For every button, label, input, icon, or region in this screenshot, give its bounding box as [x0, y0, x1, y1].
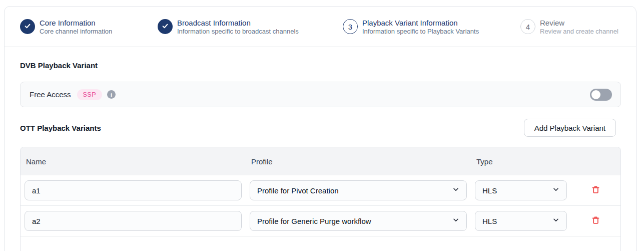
step-subtitle: Information specific to broadcast channe… — [177, 28, 299, 36]
playback-variants-table: Name Profile Type Profile for Pivot Crea… — [20, 147, 621, 251]
profile-select-value: Profile for Pivot Creation — [257, 186, 339, 195]
step-number: 4 — [526, 23, 530, 31]
step-playback-variant-information[interactable]: 3 Playback Variant Information Informati… — [343, 18, 520, 36]
profile-select[interactable]: Profile for Pivot Creation — [250, 180, 467, 200]
wizard-stepper: Core Information Core channel informatio… — [5, 7, 636, 47]
type-select-value: HLS — [482, 186, 497, 195]
chevron-down-icon — [452, 216, 460, 226]
free-access-label: Free Access — [30, 90, 71, 99]
step-subtitle: Review and create channel — [540, 28, 618, 36]
toggle-knob — [591, 90, 600, 99]
check-icon — [162, 23, 169, 31]
chevron-down-icon — [552, 216, 560, 226]
step-2-indicator — [158, 19, 173, 34]
trash-icon — [591, 215, 600, 226]
add-playback-variant-button[interactable]: Add Playback Variant — [524, 119, 616, 137]
info-icon[interactable]: i — [107, 90, 116, 99]
ott-section-heading: OTT Playback Variants — [20, 124, 101, 132]
delete-variant-button[interactable] — [589, 213, 602, 228]
step-4-indicator: 4 — [520, 19, 535, 34]
free-access-row: Free Access SSP i — [20, 82, 621, 107]
variant-name-input[interactable] — [25, 180, 242, 200]
variant-name-input[interactable] — [25, 211, 242, 231]
free-access-toggle[interactable] — [590, 89, 612, 101]
chevron-down-icon — [552, 185, 560, 195]
step-number: 3 — [348, 23, 352, 31]
check-icon — [24, 23, 31, 31]
step-review[interactable]: 4 Review Review and create channel — [520, 18, 618, 36]
table-row: Profile for Pivot Creation HLS — [21, 175, 620, 206]
dvb-section-heading: DVB Playback Variant — [20, 61, 621, 70]
type-select-value: HLS — [482, 217, 497, 225]
type-select[interactable]: HLS — [475, 180, 567, 200]
step-title: Broadcast Information — [177, 18, 299, 28]
step-title: Playback Variant Information — [362, 18, 479, 28]
column-header-type: Type — [471, 157, 571, 166]
ssp-badge: SSP — [77, 89, 103, 100]
profile-select-value: Profile for Generic Purge workflow — [257, 217, 371, 225]
column-header-profile: Profile — [246, 157, 471, 166]
channel-wizard-panel: Core Information Core channel informatio… — [4, 6, 636, 251]
profile-select[interactable]: Profile for Generic Purge workflow — [250, 211, 467, 231]
table-header-row: Name Profile Type — [21, 147, 620, 175]
chevron-down-icon — [452, 185, 460, 195]
step-title: Core Information — [40, 18, 112, 28]
type-select[interactable]: HLS — [475, 211, 567, 231]
delete-variant-button[interactable] — [589, 183, 602, 198]
step-1-indicator — [20, 19, 35, 34]
table-row: Profile for Generic Purge workflow HLS — [21, 206, 620, 236]
step-title: Review — [540, 18, 618, 28]
trash-icon — [591, 185, 600, 196]
step-subtitle: Core channel information — [40, 28, 112, 36]
step-subtitle: Information specific to Playback Variant… — [362, 28, 479, 36]
step-core-information[interactable]: Core Information Core channel informatio… — [20, 18, 158, 36]
step-3-indicator: 3 — [343, 19, 358, 34]
step-broadcast-information[interactable]: Broadcast Information Information specif… — [158, 18, 343, 36]
column-header-name: Name — [21, 157, 246, 166]
